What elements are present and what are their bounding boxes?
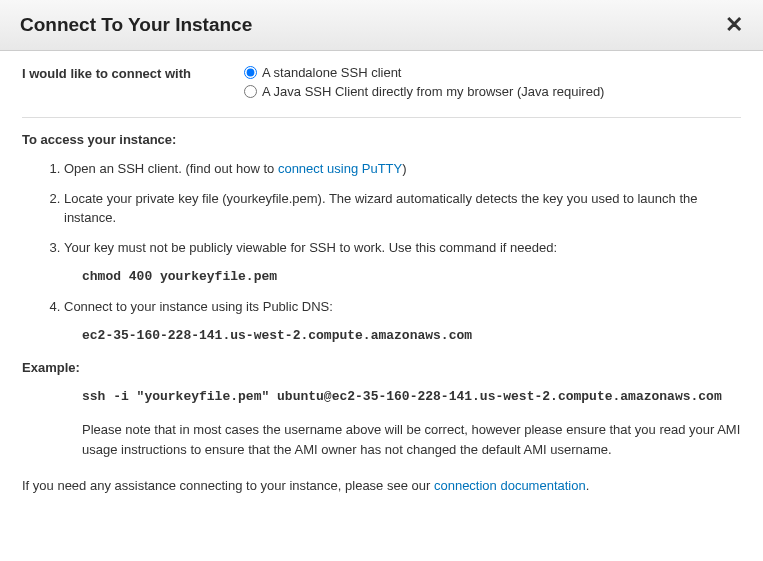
instruction-list: Open an SSH client. (find out how to con… (22, 159, 741, 346)
divider (22, 117, 741, 118)
step-2: Locate your private key file (yourkeyfil… (64, 189, 741, 228)
radio-standalone-ssh[interactable]: A standalone SSH client (244, 65, 741, 80)
connect-method-label: I would like to connect with (22, 65, 244, 103)
dns-code: ec2-35-160-228-141.us-west-2.compute.ama… (82, 326, 741, 346)
chmod-code: chmod 400 yourkeyfile.pem (82, 267, 741, 287)
footer-suffix: . (586, 478, 590, 493)
example-block: ssh -i "yourkeyfile.pem" ubuntu@ec2-35-1… (82, 389, 741, 460)
step-1-prefix: Open an SSH client. (find out how to (64, 161, 278, 176)
documentation-link[interactable]: connection documentation (434, 478, 586, 493)
example-heading: Example: (22, 360, 741, 375)
radio-java-ssh-label: A Java SSH Client directly from my brows… (262, 84, 604, 99)
step-4-text: Connect to your instance using its Publi… (64, 299, 333, 314)
ssh-example-code: ssh -i "yourkeyfile.pem" ubuntu@ec2-35-1… (82, 389, 741, 404)
radio-java-ssh[interactable]: A Java SSH Client directly from my brows… (244, 84, 741, 99)
close-icon[interactable]: ✕ (725, 14, 743, 36)
connect-method-row: I would like to connect with A standalon… (22, 65, 741, 103)
step-1: Open an SSH client. (find out how to con… (64, 159, 741, 179)
step-3: Your key must not be publicly viewable f… (64, 238, 741, 287)
radio-java-ssh-input[interactable] (244, 85, 257, 98)
radio-standalone-ssh-label: A standalone SSH client (262, 65, 401, 80)
step-4: Connect to your instance using its Publi… (64, 297, 741, 346)
username-note: Please note that in most cases the usern… (82, 420, 741, 460)
radio-standalone-ssh-input[interactable] (244, 66, 257, 79)
putty-link[interactable]: connect using PuTTY (278, 161, 402, 176)
dialog-body: I would like to connect with A standalon… (0, 51, 763, 517)
connect-method-options: A standalone SSH client A Java SSH Clien… (244, 65, 741, 103)
dialog-header: Connect To Your Instance ✕ (0, 0, 763, 51)
dialog-title: Connect To Your Instance (20, 14, 252, 36)
step-1-suffix: ) (402, 161, 406, 176)
assistance-footer: If you need any assistance connecting to… (22, 476, 741, 496)
step-3-text: Your key must not be publicly viewable f… (64, 240, 557, 255)
footer-prefix: If you need any assistance connecting to… (22, 478, 434, 493)
access-heading: To access your instance: (22, 132, 741, 147)
